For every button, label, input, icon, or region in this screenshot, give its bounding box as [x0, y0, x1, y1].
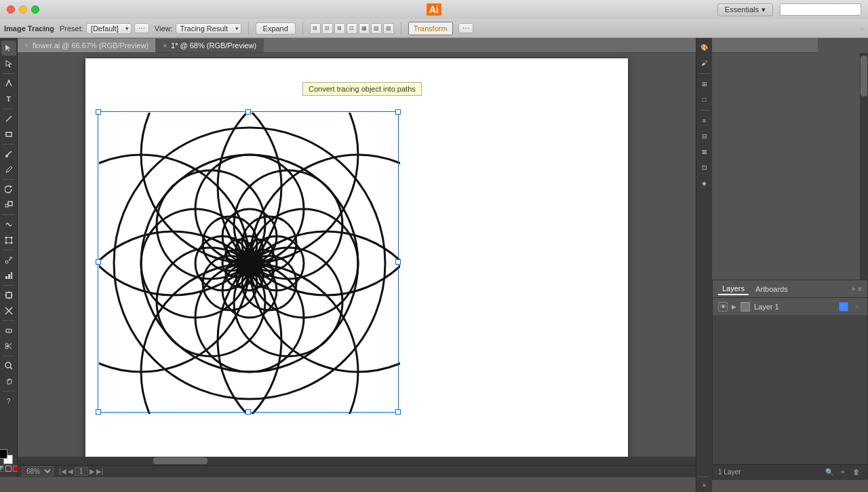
page-number-input[interactable]: 1 — [75, 467, 88, 476]
line-tool[interactable] — [1, 111, 16, 126]
panel-menu-button[interactable]: ≡ — [858, 285, 862, 292]
svg-point-10 — [5, 242, 7, 244]
artboards-icon[interactable]: □ — [698, 93, 711, 107]
column-graph-tool[interactable] — [1, 268, 16, 283]
page-nav: |◀ ◀ 1 ▶ ▶| — [59, 467, 103, 476]
rectangle-tool[interactable] — [1, 127, 16, 142]
first-page-button[interactable]: |◀ — [59, 468, 66, 475]
svg-point-3 — [5, 155, 8, 157]
align-left-icon[interactable]: ⊞ — [310, 23, 321, 34]
paintbrush-tool[interactable] — [1, 147, 16, 162]
align-center-h-icon[interactable]: ⊟ — [322, 23, 333, 34]
layers-panel: Layers Artboards » ≡ 👁 ▶ Layer 1 ○ 1 Lay… — [712, 280, 868, 480]
pathfinder-icon[interactable]: ◈ — [698, 176, 711, 190]
preset-dropdown[interactable]: [Default] — [86, 23, 132, 34]
search-footer-icon[interactable]: 🔍 — [824, 467, 835, 478]
layers-empty-area — [713, 381, 867, 465]
svg-point-8 — [5, 237, 7, 239]
close-button[interactable] — [7, 5, 15, 14]
layers-tab[interactable]: Layers — [718, 283, 749, 295]
eraser-tool[interactable] — [1, 323, 16, 338]
rotate-tool[interactable] — [1, 182, 16, 197]
tool-separator-8 — [3, 320, 15, 321]
svg-point-12 — [5, 261, 8, 263]
add-layer-icon[interactable]: + — [837, 467, 848, 478]
pen-tool[interactable] — [1, 76, 16, 91]
free-transform-tool[interactable] — [1, 233, 16, 248]
next-page-button[interactable]: ▶ — [90, 468, 95, 475]
align-icons-group: ⊞ ⊟ ⊠ ⊡ ▦ ▧ ▨ — [310, 23, 394, 34]
right-panel-bottom: » — [698, 475, 711, 492]
preset-options-icon-button[interactable]: ⋯ — [134, 23, 149, 33]
tool-separator-4 — [3, 179, 15, 180]
scale-tool[interactable] — [1, 197, 16, 212]
view-dropdown[interactable]: Tracing Result — [176, 23, 241, 34]
horizontal-scrollbar-thumb[interactable] — [153, 457, 208, 464]
stroke-swatch[interactable] — [0, 449, 7, 459]
artboard-tool[interactable] — [1, 288, 16, 303]
tab-close-untitled[interactable]: × — [163, 42, 167, 50]
main-layout: T — [0, 38, 868, 477]
panel-expand-button[interactable]: » — [852, 285, 856, 292]
align-top-icon[interactable]: ⊡ — [347, 23, 357, 34]
right-panel-collapse-icon[interactable]: ≡ — [698, 114, 711, 128]
links-icon[interactable]: ⊟ — [698, 130, 711, 143]
tab-untitled[interactable]: × 1* @ 68% (RGB/Preview) — [156, 39, 264, 52]
layer-lock-icon[interactable]: ○ — [852, 302, 862, 311]
expand-panel-icon[interactable]: » — [698, 478, 711, 492]
flower-svg[interactable]: .flower-path { fill: none; stroke: #111;… — [99, 113, 400, 414]
color-mode-gradient-icon[interactable] — [0, 466, 4, 472]
transform-options-icon[interactable]: ⋯ — [458, 23, 473, 33]
zoom-tool[interactable] — [1, 358, 16, 373]
transform-panel-icon[interactable]: ⊠ — [698, 145, 711, 159]
align-bottom-icon[interactable]: ▧ — [371, 23, 382, 34]
svg-rect-17 — [11, 272, 12, 279]
layer-item: 👁 ▶ Layer 1 ○ — [713, 298, 867, 316]
direct-selection-tool[interactable] — [1, 56, 16, 71]
preset-dropdown-wrapper: [Default] — [86, 23, 132, 34]
align-panel-icon[interactable]: ⊡ — [698, 161, 711, 174]
transform-button[interactable]: Transform — [408, 22, 453, 35]
question-tool[interactable]: ? — [1, 394, 16, 409]
scissors-tool[interactable] — [1, 339, 16, 354]
distribute-icon[interactable]: ▨ — [383, 23, 394, 34]
prev-page-button[interactable]: ◀ — [68, 468, 73, 475]
vertical-scrollbar-thumb[interactable] — [861, 56, 867, 96]
layer-visibility-icon[interactable]: 👁 — [718, 302, 728, 311]
warp-tool[interactable] — [1, 217, 16, 232]
expand-button[interactable]: Expand — [256, 22, 296, 35]
symbol-sprayer-tool[interactable] — [1, 252, 16, 267]
slice-tool[interactable] — [1, 303, 16, 318]
delete-layer-icon[interactable]: 🗑 — [851, 467, 862, 478]
options-divider-3 — [401, 22, 401, 35]
grid-icon[interactable]: ⊞ — [698, 77, 711, 91]
align-center-v-icon[interactable]: ▦ — [359, 23, 370, 34]
view-dropdown-wrapper: Tracing Result — [176, 23, 241, 34]
artboards-tab[interactable]: Artboards — [751, 284, 792, 295]
collapse-panel-icon[interactable]: » — [860, 24, 864, 33]
panel-header: Layers Artboards » ≡ — [713, 280, 867, 298]
pencil-tool[interactable] — [1, 162, 16, 177]
svg-point-13 — [9, 259, 10, 261]
layer-name[interactable]: Layer 1 — [754, 303, 835, 311]
color-picker-icon[interactable]: 🎨 — [698, 41, 711, 54]
maximize-button[interactable] — [31, 5, 39, 14]
last-page-button[interactable]: ▶| — [96, 468, 104, 475]
hand-tool[interactable] — [1, 374, 16, 389]
options-divider-1 — [248, 22, 249, 35]
svg-point-14 — [9, 257, 12, 259]
brush-icon[interactable]: 🖌 — [698, 56, 711, 70]
type-tool[interactable]: T — [1, 92, 16, 107]
tab-close-flower[interactable]: × — [24, 42, 28, 50]
search-input[interactable] — [780, 3, 861, 16]
layer-expand-arrow[interactable]: ▶ — [732, 303, 736, 310]
minimize-button[interactable] — [19, 5, 27, 14]
panel-footer: 1 Layer 🔍 + 🗑 — [713, 464, 867, 479]
zoom-dropdown[interactable]: 68% — [22, 466, 54, 476]
svg-rect-16 — [8, 274, 10, 279]
align-right-icon[interactable]: ⊠ — [334, 23, 345, 34]
selection-tool[interactable] — [1, 41, 16, 56]
essentials-button[interactable]: Essentials ▾ — [717, 3, 773, 16]
none-mode-icon[interactable] — [5, 466, 12, 472]
tab-flower-ai[interactable]: × flower.ai @ 66.67% (RGB/Preview) — [18, 39, 156, 52]
